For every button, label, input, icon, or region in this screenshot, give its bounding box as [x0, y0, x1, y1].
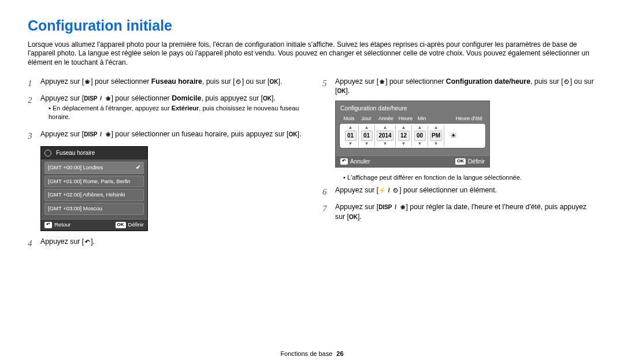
timer-icon: ⏲ [392, 187, 399, 194]
step-number: 5 [322, 77, 335, 96]
step-number: 1 [28, 77, 40, 89]
timezone-item[interactable]: [GMT +01:00] Rome, Paris, Berlin [44, 176, 144, 188]
ok-icon: OK [288, 131, 297, 138]
step-number: 2 [28, 94, 40, 125]
datetime-widget: Configuration date/heure Mois Jour Année… [335, 101, 490, 168]
datetime-title: Configuration date/heure [336, 101, 489, 115]
right-column: 5 Appuyez sur [❀] pour sélectionner Conf… [322, 77, 596, 254]
chevron-down-icon[interactable]: ▼ [383, 142, 388, 146]
step-3: 3 Appuyez sur [DISP/❀] pour sélectionner… [28, 129, 302, 142]
day-stepper[interactable]: ▲01▼ [359, 125, 375, 146]
step-2-note: En déplacement à l'étranger, appuyez sur… [40, 104, 302, 121]
globe-icon [44, 150, 51, 157]
timezone-header: Fuseau horaire [41, 147, 147, 159]
dst-toggle[interactable]: ☀ [444, 125, 463, 146]
chevron-up-icon[interactable]: ▲ [418, 125, 422, 130]
disp-icon: DISP [84, 131, 97, 138]
chevron-up-icon[interactable]: ▲ [434, 125, 439, 130]
step-number: 4 [28, 237, 40, 249]
step-4: 4 Appuyez sur [↶]. [28, 237, 302, 249]
back-button[interactable]: ↶Retour [44, 221, 71, 229]
step-7: 7 Appuyez sur [DISP/❀] pour régler la da… [322, 202, 596, 221]
chevron-down-icon[interactable]: ▼ [418, 142, 422, 146]
timezone-item[interactable]: [GMT +00:00] Londres ✔ [44, 162, 144, 174]
disp-icon: DISP [378, 204, 392, 211]
ok-icon: OK [337, 88, 346, 95]
datetime-roller: ▲01▼ ▲01▼ ▲2014▼ ▲12▼ ▲00▼ ▲PM▼ ☀ [339, 123, 486, 148]
page-title: Configuration initiale [28, 16, 596, 36]
step-number: 6 [322, 185, 335, 198]
step-5-note: L'affichage peut différer en fonction de… [335, 173, 596, 182]
chevron-up-icon[interactable]: ▲ [348, 125, 353, 130]
step-6: 6 Appuyez sur [⚡/⏲] pour sélectionner un… [322, 185, 596, 198]
cancel-button[interactable]: ↶Annuler [340, 158, 370, 166]
minute-stepper[interactable]: ▲00▼ [412, 125, 428, 146]
chevron-down-icon[interactable]: ▼ [434, 142, 439, 146]
check-icon: ✔ [136, 164, 140, 172]
ok-icon: OK [349, 213, 358, 220]
set-button[interactable]: OKDéfinir [116, 221, 144, 229]
flower-icon: ❀ [84, 78, 91, 85]
page-footer: Fonctions de base 26 [0, 350, 624, 358]
ampm-stepper[interactable]: ▲PM▼ [428, 125, 444, 146]
timer-icon: ⏲ [563, 78, 570, 85]
timezone-item[interactable]: [GMT +02:00] Athènes, Helsinki [44, 189, 144, 201]
chevron-up-icon[interactable]: ▲ [383, 125, 388, 130]
ok-icon: OK [270, 78, 278, 85]
timer-icon: ⏲ [235, 78, 242, 85]
flower-icon: ❀ [105, 131, 112, 138]
flower-icon: ❀ [399, 204, 406, 211]
ok-icon: OK [455, 158, 466, 165]
datetime-labels: Mois Jour Année Heure Min Heure d'été [336, 115, 489, 122]
intro-paragraph: Lorsque vous allumez l'appareil photo po… [28, 40, 596, 68]
year-stepper[interactable]: ▲2014▼ [375, 125, 396, 146]
back-icon: ↶ [340, 158, 348, 165]
set-button[interactable]: OKDéfinir [455, 158, 485, 166]
flash-icon: ⚡ [378, 187, 385, 194]
back-icon: ↶ [84, 239, 91, 246]
timezone-widget: Fuseau horaire [GMT +00:00] Londres ✔ [G… [40, 146, 148, 231]
back-icon: ↶ [44, 222, 52, 228]
chevron-down-icon[interactable]: ▼ [402, 142, 406, 146]
disp-icon: DISP [84, 95, 97, 102]
timezone-item[interactable]: [GMT +03:00] Moscou [44, 203, 144, 215]
chevron-down-icon[interactable]: ▼ [365, 142, 369, 146]
hour-stepper[interactable]: ▲12▼ [396, 125, 412, 146]
ok-icon: OK [263, 95, 272, 102]
step-number: 7 [322, 202, 335, 221]
flower-icon: ❀ [105, 95, 112, 102]
left-column: 1 Appuyez sur [❀] pour sélectionner Fuse… [28, 77, 302, 254]
step-number: 3 [28, 129, 40, 142]
ok-icon: OK [116, 222, 126, 228]
step-5: 5 Appuyez sur [❀] pour sélectionner Conf… [322, 77, 596, 96]
step-2: 2 Appuyez sur [DISP/❀] pour sélectionner… [28, 94, 302, 125]
sun-icon: ☀ [450, 131, 457, 141]
chevron-up-icon[interactable]: ▲ [365, 125, 369, 130]
month-stepper[interactable]: ▲01▼ [343, 125, 359, 146]
step-1: 1 Appuyez sur [❀] pour sélectionner Fuse… [28, 77, 302, 89]
chevron-up-icon[interactable]: ▲ [402, 125, 406, 130]
chevron-down-icon[interactable]: ▼ [348, 142, 353, 146]
flower-icon: ❀ [378, 78, 385, 85]
timezone-list: [GMT +00:00] Londres ✔ [GMT +01:00] Rome… [41, 159, 147, 219]
